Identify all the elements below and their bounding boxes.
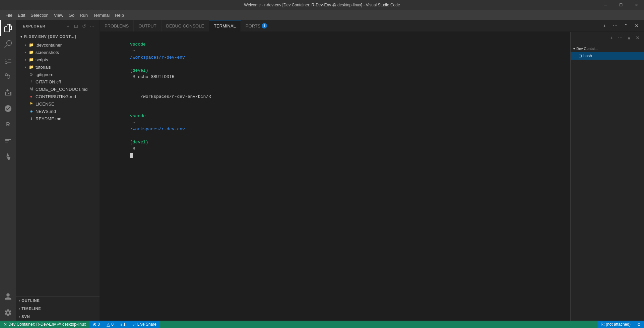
r-status[interactable]: R: (not attached) [597,321,634,328]
md-icon: M [28,87,34,91]
errors-indicator[interactable]: ⊗ 0 [89,321,104,328]
file-label: .gitignore [36,72,100,77]
close-button[interactable]: ✕ [629,0,644,10]
folder-icon: 📁 [28,57,34,62]
menu-help[interactable]: Help [112,11,127,19]
folder-arrow: › [23,65,28,69]
maximize-panel-button[interactable]: ⌃ [621,21,631,30]
gitignore-file[interactable]: › ⊘ .gitignore [16,71,100,78]
more-actions-button[interactable]: ⋯ [610,21,620,30]
root-arrow: ▾ [19,35,24,39]
remote-indicator[interactable]: ✕ Dev Container: R-Dev-Env @ desktop-lin… [0,321,89,328]
warnings-indicator[interactable]: △ 0 [103,321,117,328]
run-debug-activity-icon[interactable] [0,68,16,84]
testing-activity-icon[interactable] [0,133,16,149]
source-control-activity-icon[interactable] [0,52,16,68]
code-of-conduct-file[interactable]: › M CODE_OF_CONDUCT.md [16,85,100,93]
menu-selection[interactable]: Selection [28,11,51,19]
terminal-group: ▾ Dev Contai... ⊡ bash [571,44,644,61]
terminal-line-1: vscode → /workspaces/r-dev-env (devel) $… [104,35,566,87]
terminal-group-header[interactable]: ▾ Dev Contai... [571,45,644,52]
terminal-line-2: /workspaces/r-dev-env/bin/R [104,87,566,107]
prompt-space-2 [130,133,133,138]
close-terminal-panel-button[interactable]: ✕ [634,34,641,42]
news-file[interactable]: › ◈ NEWS.md [16,108,100,115]
info-indicator[interactable]: ℹ 1 [117,321,129,328]
menu-view[interactable]: View [51,11,66,19]
close-panel-button[interactable]: ✕ [632,21,641,30]
new-terminal-button[interactable]: + [600,21,609,30]
menu-terminal[interactable]: Terminal [90,11,112,19]
new-file-button[interactable]: + [65,23,71,29]
settings-activity-icon[interactable] [0,305,16,321]
sidebar-panels: › OUTLINE › TIMELINE › SVN [16,296,100,321]
ports-tab[interactable]: PORTS 1 [241,20,272,31]
gitignore-icon: ⊘ [28,72,34,77]
info-icon: ℹ [120,322,122,327]
citation-file[interactable]: › ! CITATION.cff [16,78,100,85]
restore-button[interactable]: ❐ [613,0,629,10]
remote-explorer-activity-icon[interactable] [0,101,16,117]
search-activity-icon[interactable] [0,36,16,52]
outline-panel[interactable]: › OUTLINE [16,297,100,305]
folder-arrow: › [23,58,28,62]
problems-tab[interactable]: PROBLEMS [100,20,134,31]
minimize-button[interactable]: ─ [598,0,613,10]
activity-bar: R [0,20,16,321]
bash-icon: ⊡ [579,54,582,58]
collapse-panel-button[interactable]: ∧ [625,34,633,42]
errors-count: 0 [98,322,100,327]
screenshots-folder[interactable]: › 📁 screenshots [16,49,100,56]
prompt-branch-1: (devel) [130,68,148,73]
file-label: NEWS.md [36,109,100,114]
menu-go[interactable]: Go [66,11,77,19]
menu-file[interactable]: File [3,11,15,19]
devcontainer-folder[interactable]: › 📁 .devcontainer [16,41,100,49]
folder-label: screenshots [36,50,100,55]
folder-label: scripts [36,57,100,62]
svn-panel[interactable]: › SVN [16,313,100,321]
group-arrow-icon: ▾ [573,47,575,51]
title-bar: Welcome - r-dev-env [Dev Container: R-De… [0,0,644,10]
live-share-indicator[interactable]: ⇌ Live Share [129,321,160,328]
contributing-file[interactable]: › ● CONTRIBUTING.md [16,93,100,100]
menu-run[interactable]: Run [77,11,90,19]
collapse-all-button[interactable]: ⋯ [89,23,95,29]
extensions-activity-icon[interactable] [0,84,16,101]
readme-file[interactable]: › ℹ README.md [16,115,100,122]
tutorials-folder[interactable]: › 📁 tutorials [16,63,100,71]
prompt-arrow-2: → [130,120,138,125]
info-count: 1 [123,322,126,327]
r-icon-status[interactable]: ⊙ [634,321,644,328]
prompt-path-2: /workspaces/r-dev-env [130,127,185,132]
license-file[interactable]: › ⚑ LICENSE [16,100,100,108]
error-icon: ⊗ [93,322,96,327]
r-activity-icon[interactable]: R [0,117,16,133]
prompt-path-1: /workspaces/r-dev-env [130,55,185,60]
wrangler-activity-icon[interactable] [0,149,16,165]
status-middle: ⊗ 0 △ 0 ℹ 1 ⇌ Live Share [89,321,160,328]
terminal-content[interactable]: vscode → /workspaces/r-dev-env (devel) $… [100,32,570,321]
new-terminal-panel-button[interactable]: + [608,34,615,42]
scripts-folder[interactable]: › 📁 scripts [16,56,100,63]
file-label: LICENSE [36,102,100,107]
window-title: Welcome - r-dev-env [Dev Container: R-De… [244,3,400,7]
refresh-button[interactable]: ↺ [81,23,87,29]
menu-edit[interactable]: Edit [15,11,28,19]
menu-bar: File Edit Selection View Go Run Terminal… [0,10,644,20]
output-tab[interactable]: OUTPUT [134,20,161,31]
file-label: CONTRIBUTING.md [36,94,100,99]
timeline-panel[interactable]: › TIMELINE [16,305,100,313]
main-layout: R Explorer + ⊡ ↺ ⋯ ▾ [0,20,644,321]
more-panel-button[interactable]: ⋯ [617,34,624,42]
debug-console-tab[interactable]: DEBUG CONSOLE [162,20,209,31]
explorer-activity-icon[interactable] [0,20,16,36]
file-label: README.md [36,116,100,121]
bash-terminal-item[interactable]: ⊡ bash [571,52,644,60]
new-folder-button[interactable]: ⊡ [73,23,79,29]
accounts-activity-icon[interactable] [0,288,16,305]
root-folder[interactable]: ▾ R-DEV-ENV [DEV CONT...] [16,32,100,41]
r-status-label: R: (not attached) [601,322,631,327]
terminal-tab[interactable]: TERMINAL [209,20,241,31]
group-label: Dev Contai... [576,47,598,51]
